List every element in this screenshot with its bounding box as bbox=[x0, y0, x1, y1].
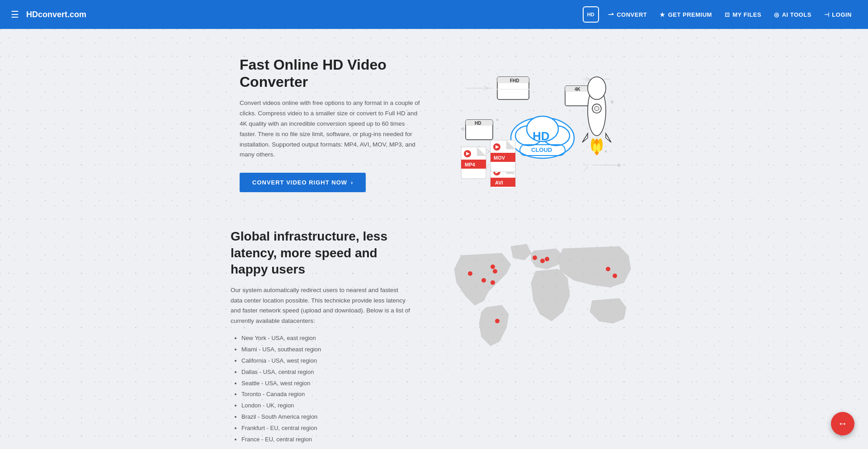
svg-text:4K: 4K bbox=[575, 87, 581, 92]
hero-description: Convert videos online with free options … bbox=[240, 98, 420, 161]
svg-point-66 bbox=[495, 319, 500, 323]
datacenter-list: New York - USA, east regionMiami - USA, … bbox=[231, 334, 411, 444]
hero-section: Fast Online HD Video Converter Convert v… bbox=[163, 29, 705, 219]
site-logo[interactable]: HDconvert.com bbox=[26, 10, 86, 19]
svg-marker-33 bbox=[582, 133, 588, 142]
list-item: France - EU, central region bbox=[241, 435, 411, 444]
list-item: Dallas - USA, central region bbox=[241, 368, 411, 377]
login-icon: ⊣ bbox=[824, 11, 830, 18]
svg-text:+: + bbox=[610, 98, 614, 105]
fab-convert-button[interactable]: ↔ bbox=[831, 412, 854, 435]
list-item: Seattle - USA, west region bbox=[241, 379, 411, 388]
world-map-svg bbox=[448, 237, 637, 355]
svg-point-59 bbox=[491, 280, 495, 285]
hero-title: Fast Online HD Video Converter bbox=[240, 56, 420, 91]
infrastructure-section: Global infrastructure, less latency, mor… bbox=[163, 219, 705, 449]
svg-point-68 bbox=[613, 274, 617, 278]
list-item: Brazil - South America region bbox=[241, 412, 411, 422]
svg-point-67 bbox=[606, 267, 610, 271]
nav-ai-tools[interactable]: ◎ AI TOOLS bbox=[769, 8, 817, 22]
hamburger-menu-icon[interactable]: ☰ bbox=[11, 9, 19, 20]
ai-tools-icon: ◎ bbox=[774, 11, 779, 18]
fab-icon: ↔ bbox=[838, 418, 848, 430]
world-map-container bbox=[448, 228, 637, 355]
svg-text:+: + bbox=[461, 125, 465, 132]
svg-text:HD: HD bbox=[533, 129, 550, 143]
premium-icon: ★ bbox=[660, 11, 665, 18]
files-icon: ⊡ bbox=[725, 11, 730, 18]
hero-illustration: + + + + FHD HD bbox=[457, 61, 628, 188]
svg-rect-15 bbox=[497, 89, 529, 90]
list-item: Miami - USA, southeast region bbox=[241, 345, 411, 354]
infrastructure-text: Global infrastructure, less latency, mor… bbox=[231, 228, 411, 446]
svg-text:HD: HD bbox=[475, 121, 481, 126]
nav-premium[interactable]: ★ GET PREMIUM bbox=[654, 8, 717, 22]
list-item: California - USA, west region bbox=[241, 356, 411, 366]
svg-point-7 bbox=[605, 151, 607, 152]
nav-login[interactable]: ⊣ LOGIN bbox=[819, 8, 857, 22]
nav-files[interactable]: ⊡ MY FILES bbox=[719, 8, 767, 22]
svg-text:MP4: MP4 bbox=[465, 162, 476, 167]
svg-point-62 bbox=[491, 265, 495, 269]
nav-convert[interactable]: ⇀ CONVERT bbox=[603, 7, 653, 22]
svg-point-64 bbox=[545, 257, 549, 261]
convert-cta-button[interactable]: CONVERT VIDEO RIGHT NOW › bbox=[240, 173, 366, 192]
svg-text:MOV: MOV bbox=[494, 155, 505, 161]
svg-text:+: + bbox=[617, 161, 621, 169]
hd-logo-icon: HD bbox=[583, 6, 599, 23]
svg-point-60 bbox=[468, 271, 472, 276]
hero-text: Fast Online HD Video Converter Convert v… bbox=[240, 56, 420, 192]
svg-point-38 bbox=[593, 143, 597, 152]
infrastructure-title: Global infrastructure, less latency, mor… bbox=[231, 228, 411, 278]
arrow-right-icon: › bbox=[351, 179, 353, 186]
page-background: Fast Online HD Video Converter Convert v… bbox=[0, 29, 868, 449]
svg-point-39 bbox=[597, 143, 600, 152]
svg-point-30 bbox=[588, 77, 606, 99]
list-item: Toronto - Canada region bbox=[241, 390, 411, 399]
infrastructure-description: Our system automatically redirect users … bbox=[231, 285, 411, 327]
nav-left: ☰ HDconvert.com bbox=[11, 9, 583, 20]
svg-text:FHD: FHD bbox=[510, 78, 519, 83]
svg-point-32 bbox=[594, 106, 599, 111]
svg-point-65 bbox=[540, 259, 545, 263]
svg-text:AVI: AVI bbox=[495, 180, 503, 185]
svg-marker-34 bbox=[606, 133, 611, 142]
svg-point-58 bbox=[493, 269, 497, 274]
nav-right: HD ⇀ CONVERT ★ GET PREMIUM ⊡ MY FILES ◎ … bbox=[583, 6, 857, 23]
svg-point-61 bbox=[481, 278, 486, 283]
list-item: New York - USA, east region bbox=[241, 334, 411, 343]
converter-illustration-svg: + + + + FHD HD bbox=[457, 61, 628, 188]
svg-point-63 bbox=[533, 255, 537, 260]
svg-point-4 bbox=[496, 119, 498, 121]
list-item: Frankfurt - EU, central region bbox=[241, 424, 411, 433]
svg-text:CLOUD: CLOUD bbox=[531, 147, 552, 153]
list-item: London - UK, region bbox=[241, 401, 411, 411]
navbar: ☰ HDconvert.com HD ⇀ CONVERT ★ GET PREMI… bbox=[0, 0, 868, 29]
convert-nav-icon: ⇀ bbox=[608, 10, 614, 19]
